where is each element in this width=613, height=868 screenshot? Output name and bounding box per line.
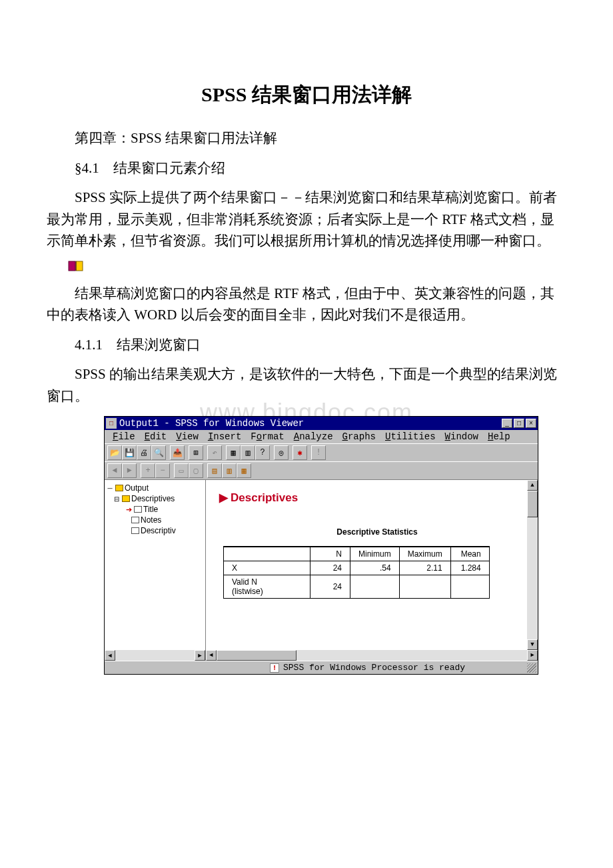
menu-format[interactable]: Format (247, 431, 288, 442)
menu-view[interactable]: View (172, 431, 203, 442)
col-n: N (310, 547, 350, 561)
save-icon[interactable]: 💾 (122, 445, 137, 460)
menu-analyze[interactable]: Analyze (290, 431, 337, 442)
show-icon[interactable]: ▤ (207, 463, 222, 478)
scroll-right-icon[interactable]: ► (527, 650, 538, 661)
tree-item-notes[interactable]: Notes (106, 515, 204, 525)
table-title: Descriptive Statistics (219, 527, 535, 537)
collapse-icon[interactable]: ▢ (189, 463, 203, 478)
export-icon[interactable]: 📤 (170, 445, 185, 460)
page-icon (134, 506, 142, 513)
titlebar-text: Output1 - SPSS for Windows Viewer (119, 418, 502, 429)
dialog-recall-icon[interactable]: ⊞ (189, 445, 203, 460)
goto-case-icon[interactable]: ▥ (241, 445, 255, 460)
tree-group-label: Descriptives (131, 494, 175, 503)
alert-icon: ! (270, 663, 279, 673)
scroll-thumb[interactable] (527, 491, 538, 517)
svg-rect-0 (69, 261, 75, 271)
tree-item-descriptives[interactable]: Descriptiv (106, 525, 204, 536)
menu-help[interactable]: Help (484, 431, 514, 442)
goto-data-icon[interactable]: ▦ (226, 445, 241, 460)
current-arrow-icon: ➔ (126, 505, 132, 514)
section-heading-4-1: §4.1 结果窗口元素介绍 (47, 157, 566, 179)
nav-forward-icon[interactable]: ► (122, 463, 137, 478)
open-icon[interactable]: 📂 (107, 445, 122, 460)
toolbar-outline: ◄ ► + − ▭ ▢ ▤ ▥ ▦ (105, 461, 538, 479)
tree-item-label: Title (143, 505, 158, 514)
chapter-heading: 第四章：SPSS 结果窗口用法详解 (47, 127, 566, 149)
tree-item-label: Notes (141, 515, 161, 525)
svg-rect-1 (76, 261, 83, 271)
cell-label: Valid N (listwise) (224, 575, 310, 599)
scroll-right-icon[interactable]: ► (195, 650, 205, 661)
expand-icon[interactable]: ▭ (174, 463, 189, 478)
app-icon: □ (106, 418, 117, 429)
menu-window[interactable]: Window (441, 431, 482, 442)
menu-graphs[interactable]: Graphs (338, 431, 380, 442)
designate-window-icon[interactable]: ✱ (293, 445, 307, 460)
print-preview-icon[interactable]: 🔍 (151, 445, 166, 460)
col-max: Maximum (399, 547, 450, 561)
cell-min (350, 575, 400, 599)
cell-n: 24 (310, 575, 350, 599)
tree-item-title[interactable]: ➔ Title (106, 504, 204, 515)
nav-back-icon[interactable]: ◄ (107, 463, 122, 478)
col-min: Minimum (350, 547, 400, 561)
menu-file[interactable]: File (109, 431, 139, 442)
resize-grip-icon[interactable] (527, 663, 536, 673)
insert-icon[interactable]: ▦ (237, 463, 251, 478)
tree-root-label: Output (125, 483, 149, 493)
book-icon (68, 260, 566, 275)
table-row: Valid N (listwise) 24 (224, 575, 490, 599)
outline-hscrollbar[interactable]: ◄ ► (105, 650, 205, 661)
paragraph-output-intro: SPSS 的输出结果美观大方，是该软件的一大特色，下面是一个典型的结果浏览窗口。 (47, 363, 566, 407)
select-last-icon[interactable]: ◎ (274, 445, 289, 460)
chevron-right-icon: ▶ (219, 491, 228, 504)
cell-max: 2.11 (399, 561, 450, 575)
menu-insert[interactable]: Insert (204, 431, 245, 442)
titlebar[interactable]: □ Output1 - SPSS for Windows Viewer _ □ … (105, 417, 538, 430)
menu-utilities[interactable]: Utilities (381, 431, 440, 442)
scroll-thumb[interactable] (217, 650, 297, 661)
minimize-button[interactable]: _ (502, 419, 512, 428)
maximize-button[interactable]: □ (514, 419, 524, 428)
section-heading-4-1-1: 4.1.1 结果浏览窗口 (47, 334, 566, 356)
cell-n: 24 (310, 561, 350, 575)
col-mean: Mean (450, 547, 489, 561)
tree-item-label: Descriptiv (141, 526, 176, 535)
spss-viewer-window: □ Output1 - SPSS for Windows Viewer _ □ … (104, 416, 538, 675)
page-title: SPSS 结果窗口用法详解 (47, 81, 566, 109)
cell-min: .54 (350, 561, 400, 575)
work-area: ─ Output ⊟ Descriptives ➔ Title Notes (105, 479, 538, 661)
page-icon (131, 527, 139, 534)
scroll-left-icon[interactable]: ◄ (105, 650, 115, 661)
scroll-up-icon[interactable]: ▲ (527, 480, 538, 491)
cell-label: X (224, 561, 310, 575)
cell-mean: 1.284 (450, 561, 489, 575)
descriptive-stats-table: N Minimum Maximum Mean X 24 .54 2.11 1.2… (223, 546, 490, 599)
col-blank (224, 547, 310, 561)
print-icon[interactable]: 🖨 (137, 445, 151, 460)
paragraph-intro: SPSS 实际上提供了两个结果窗口－－结果浏览窗口和结果草稿浏览窗口。前者最为常… (47, 187, 566, 252)
outline-pane[interactable]: ─ Output ⊟ Descriptives ➔ Title Notes (105, 480, 206, 661)
scroll-left-icon[interactable]: ◄ (206, 650, 217, 661)
status-text: SPSS for Windows Processor is ready (283, 663, 465, 673)
promote-icon[interactable]: + (141, 463, 155, 478)
paragraph-rtf-note: 结果草稿浏览窗口的内容虽然是 RTF 格式，但由于中、英文兼容性的问题，其中的表… (47, 283, 566, 326)
tree-group[interactable]: ⊟ Descriptives (106, 493, 204, 504)
tree-root[interactable]: ─ Output (106, 483, 204, 493)
content-vscrollbar[interactable]: ▲ ▼ (527, 480, 538, 650)
menu-edit[interactable]: Edit (141, 431, 171, 442)
content-pane[interactable]: ▶Descriptives Descriptive Statistics N M… (206, 480, 538, 661)
variables-icon[interactable]: ? (255, 445, 270, 460)
cell-mean (450, 575, 489, 599)
run-icon[interactable]: ! (311, 445, 326, 460)
demote-icon[interactable]: − (155, 463, 170, 478)
hide-icon[interactable]: ▥ (222, 463, 237, 478)
scroll-down-icon[interactable]: ▼ (527, 639, 538, 650)
content-hscrollbar[interactable]: ◄ ► (206, 650, 538, 661)
close-button[interactable]: × (526, 419, 536, 428)
undo-icon[interactable]: ↶ (207, 445, 222, 460)
toolbar-main: 📂 💾 🖨 🔍 📤 ⊞ ↶ ▦ ▥ ? ◎ ✱ ! (105, 443, 538, 461)
output-heading: ▶Descriptives (219, 491, 535, 505)
